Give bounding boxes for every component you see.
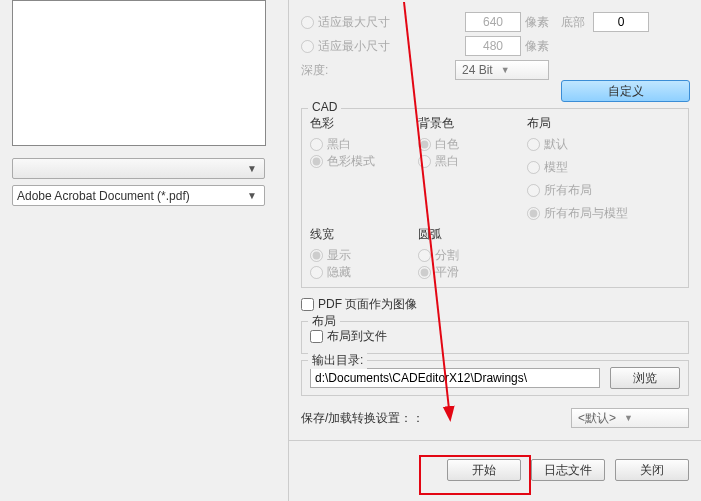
log-button[interactable]: 日志文件	[531, 459, 605, 481]
settings-combo[interactable]: <默认>▼	[571, 408, 689, 428]
layout-group: 布局 布局到文件	[301, 321, 689, 354]
custom-button[interactable]: 自定义	[561, 80, 690, 102]
min-size-input[interactable]	[465, 36, 521, 56]
lw-show-radio[interactable]: 显示	[310, 247, 400, 264]
layout-default-radio[interactable]: 默认	[527, 136, 672, 153]
max-size-input[interactable]	[465, 12, 521, 32]
arc-smooth-radio[interactable]: 平滑	[418, 264, 508, 281]
bg-black-radio[interactable]: 黑白	[418, 153, 508, 170]
output-group: 输出目录: 浏览	[301, 360, 689, 396]
bottom-input[interactable]	[593, 12, 649, 32]
layout-model-radio[interactable]: 模型	[527, 159, 672, 176]
output-label: 输出目录:	[308, 352, 367, 369]
dropdown-1[interactable]: ▼	[12, 158, 265, 179]
layout-all-model-radio[interactable]: 所有布局与模型	[527, 205, 672, 222]
settings-label: 保存/加载转换设置：：	[301, 410, 424, 427]
color-bw-radio[interactable]: 黑白	[310, 136, 400, 153]
cad-group-title: CAD	[308, 100, 341, 114]
layout-group-title: 布局	[308, 313, 340, 330]
bg-title: 背景色	[418, 115, 516, 132]
preview-area	[12, 0, 266, 146]
bottom-label: 底部	[561, 14, 585, 31]
chevron-down-icon: ▼	[501, 65, 510, 75]
lw-hide-radio[interactable]: 隐藏	[310, 264, 400, 281]
file-type-dropdown[interactable]: Adobe Acrobat Document (*.pdf) ▼	[12, 185, 265, 206]
settings-panel: 适应最大尺寸 像素 适应最小尺寸 像素 深度: 24 Bit▼ 底部 自定义 C…	[288, 0, 701, 501]
color-mode-radio[interactable]: 色彩模式	[310, 153, 400, 170]
pdf-as-image-check[interactable]: PDF 页面作为图像	[301, 296, 689, 313]
annotation-highlight	[419, 455, 531, 495]
lw-title: 线宽	[310, 226, 408, 243]
cad-group: CAD 色彩 黑白 色彩模式 背景色 白色 黑白 布局 默认 模型 所有布局 所…	[301, 108, 689, 288]
min-size-radio[interactable]: 适应最小尺寸	[301, 38, 390, 55]
arc-title: 圆弧	[418, 226, 516, 243]
browse-button[interactable]: 浏览	[610, 367, 680, 389]
layout-all-radio[interactable]: 所有布局	[527, 182, 672, 199]
chevron-down-icon: ▼	[244, 163, 260, 174]
file-type-value: Adobe Acrobat Document (*.pdf)	[17, 189, 190, 203]
color-title: 色彩	[310, 115, 408, 132]
depth-combo[interactable]: 24 Bit▼	[455, 60, 549, 80]
depth-label: 深度:	[301, 62, 328, 79]
bg-white-radio[interactable]: 白色	[418, 136, 508, 153]
output-path-input[interactable]	[310, 368, 600, 388]
arc-split-radio[interactable]: 分割	[418, 247, 508, 264]
layout-title: 布局	[527, 115, 680, 132]
close-button[interactable]: 关闭	[615, 459, 689, 481]
chevron-down-icon: ▼	[244, 190, 260, 201]
chevron-down-icon: ▼	[624, 413, 633, 423]
max-size-radio[interactable]: 适应最大尺寸	[301, 14, 390, 31]
layout-to-file-check[interactable]: 布局到文件	[310, 328, 672, 345]
